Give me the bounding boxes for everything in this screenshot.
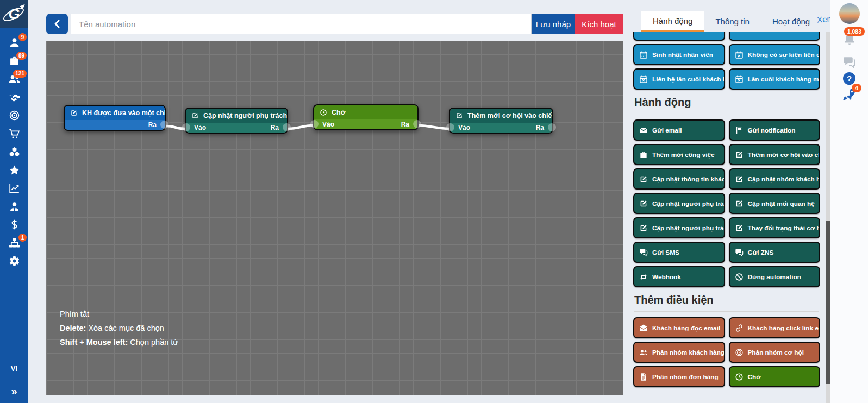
app-logo[interactable]: G bbox=[0, 0, 28, 28]
workflow-node-2[interactable]: Cập nhật người phụ trách khá...VàoRa bbox=[185, 108, 288, 134]
sidebar-expand-button[interactable]: » bbox=[0, 379, 28, 403]
output-port[interactable] bbox=[413, 120, 421, 128]
scrollbar-thumb[interactable] bbox=[826, 221, 830, 384]
user-avatar[interactable] bbox=[839, 3, 860, 24]
palette-button-label: Webhook bbox=[652, 273, 681, 281]
sidebar-item-dollar[interactable] bbox=[0, 216, 28, 234]
palette-button-label: Khách hàng click link email bbox=[748, 324, 821, 332]
workflow-node-1[interactable]: KH được đưa vào một chiến d...Ra bbox=[64, 105, 166, 131]
panel-scrollbar[interactable] bbox=[826, 32, 830, 403]
palette-button[interactable]: Thêm mới cơ hội vào chiế... bbox=[729, 144, 821, 165]
sidebar-item-sitemap[interactable]: 1 bbox=[0, 234, 28, 253]
sidebar-item-cubes[interactable] bbox=[0, 143, 28, 161]
palette-button-label: Khách hàng đọc email bbox=[652, 324, 720, 332]
palette-button[interactable]: Thay đổi trạng thái cơ hội ... bbox=[729, 217, 821, 238]
palette-button[interactable]: Cập nhật mối quan hệ bbox=[729, 193, 821, 214]
automation-name-input[interactable] bbox=[71, 14, 532, 34]
shortcut-line: Shift + Mouse left: Chọn phần tử bbox=[60, 338, 178, 347]
palette-button[interactable]: Cập nhật nhóm khách hàng bbox=[729, 168, 821, 190]
envelope-icon bbox=[639, 126, 648, 135]
sidebar-item-chart-line[interactable] bbox=[0, 179, 28, 198]
output-port-label: Ra bbox=[271, 124, 279, 131]
palette-button-label: Gửi email bbox=[652, 127, 682, 134]
user-tie-icon bbox=[9, 201, 20, 212]
tab-3[interactable]: Hoạt động bbox=[761, 11, 821, 32]
palette-button-label: Thay đổi trạng thái cơ hội ... bbox=[748, 224, 821, 232]
edit-icon bbox=[639, 224, 648, 232]
workflow-node-3[interactable]: ChờVàoRa bbox=[313, 104, 419, 130]
sidebar-item-user[interactable]: 9 bbox=[0, 34, 28, 52]
language-toggle[interactable]: VI bbox=[0, 358, 28, 379]
palette-button-label: Phân nhóm khách hàng bbox=[652, 349, 725, 356]
node-label: Thêm mới cơ hội vào chiến dịch bbox=[467, 112, 552, 119]
flag-icon bbox=[735, 126, 744, 135]
palette-button[interactable]: Chờ bbox=[729, 366, 821, 387]
input-port[interactable] bbox=[310, 120, 319, 128]
tab-1[interactable]: Hành động bbox=[641, 11, 704, 32]
tab-2[interactable]: Thông tin bbox=[704, 11, 761, 32]
palette-button[interactable]: Cập nhật thông tin khách ... bbox=[633, 168, 725, 190]
cropped-trigger-button[interactable] bbox=[633, 32, 725, 41]
calendar-x-icon bbox=[735, 75, 744, 84]
palette-button[interactable]: Dừng automation bbox=[729, 266, 821, 287]
sidebar-item-bullseye[interactable] bbox=[0, 106, 28, 125]
palette-button[interactable]: Khách hàng click link email bbox=[729, 317, 821, 338]
sidebar-item-star[interactable] bbox=[0, 161, 28, 180]
shortcuts-legend: Phím tắt Delete: Xóa các mục đã chọnShif… bbox=[60, 310, 178, 352]
output-port[interactable] bbox=[548, 123, 556, 131]
palette-row: Phân nhóm đơn hàngChờ bbox=[633, 366, 820, 387]
output-port-label: Ra bbox=[536, 124, 544, 131]
palette-button[interactable]: Phân nhóm khách hàng bbox=[633, 342, 725, 363]
palette-button[interactable]: Gửi notification bbox=[729, 119, 821, 141]
edit-icon bbox=[735, 150, 744, 159]
palette-button[interactable]: Thêm mới công việc bbox=[633, 144, 725, 165]
launch-button[interactable]: 4 bbox=[830, 87, 868, 102]
activate-button[interactable]: Kích hoạt bbox=[575, 14, 623, 34]
palette-button[interactable]: Liên hệ lần cuối khách hàng bbox=[633, 68, 725, 90]
palette-button[interactable]: Không có sự kiện liên quan bbox=[729, 44, 821, 65]
sidebar-item-cart[interactable] bbox=[0, 125, 28, 143]
palette-row: Gửi SMSGửi ZNS bbox=[633, 242, 820, 263]
cropped-trigger-row bbox=[633, 32, 820, 41]
palette-row: Sinh nhật nhân viênKhông có sự kiện liên… bbox=[633, 44, 820, 65]
sidebar-item-gear[interactable] bbox=[0, 252, 28, 270]
input-port[interactable] bbox=[446, 123, 454, 131]
palette-button[interactable]: Webhook bbox=[633, 266, 725, 287]
node-title: KH được đưa vào một chiến d... bbox=[65, 106, 165, 120]
output-port[interactable] bbox=[160, 121, 168, 129]
chat-button[interactable] bbox=[830, 55, 868, 69]
palette-button[interactable]: Cập nhật người phụ trách ... bbox=[633, 193, 725, 214]
save-draft-button[interactable]: Lưu nháp bbox=[532, 14, 575, 34]
workflow-canvas[interactable]: KH được đưa vào một chiến d...RaCập nhật… bbox=[46, 41, 623, 395]
comments-icon bbox=[639, 248, 648, 257]
count-badge: 1 bbox=[18, 234, 27, 242]
help-button[interactable]: ? bbox=[830, 72, 868, 85]
output-port[interactable] bbox=[283, 123, 291, 131]
palette-button[interactable]: Gửi ZNS bbox=[729, 242, 821, 263]
bullseye-icon bbox=[9, 110, 20, 121]
sidebar-item-users[interactable]: 121 bbox=[0, 70, 28, 89]
palette-button[interactable]: Phân nhóm đơn hàng bbox=[633, 366, 725, 387]
palette-button[interactable]: Cập nhật người phụ trách ... bbox=[633, 217, 725, 238]
cropped-trigger-button[interactable] bbox=[729, 32, 821, 41]
palette-row: Thêm mới công việcThêm mới cơ hội vào ch… bbox=[633, 144, 820, 165]
palette-button-label: Sinh nhật nhân viên bbox=[652, 51, 713, 59]
palette-button[interactable]: Sinh nhật nhân viên bbox=[633, 44, 725, 65]
palette-button[interactable]: Lần cuối khách hàng mua... bbox=[729, 68, 821, 90]
palette-button[interactable]: Gửi SMS bbox=[633, 242, 725, 263]
count-badge: 89 bbox=[16, 52, 27, 60]
edit-icon bbox=[639, 175, 648, 184]
back-button[interactable] bbox=[46, 14, 68, 34]
palette-button[interactable]: Phân nhóm cơ hội bbox=[729, 342, 821, 363]
input-port[interactable] bbox=[182, 123, 190, 131]
palette-button-label: Không có sự kiện liên quan bbox=[748, 51, 821, 59]
palette-button[interactable]: Khách hàng đọc email bbox=[633, 317, 725, 338]
dollar-icon bbox=[9, 219, 20, 230]
workflow-node-4[interactable]: Thêm mới cơ hội vào chiến dịchVàoRa bbox=[449, 108, 553, 134]
sidebar-item-handshake[interactable] bbox=[0, 89, 28, 107]
input-port-label: Vào bbox=[322, 121, 334, 128]
notifications-button[interactable]: 1,083 bbox=[830, 33, 868, 47]
palette-button[interactable]: Gửi email bbox=[633, 119, 725, 141]
sidebar-item-user-tie[interactable] bbox=[0, 198, 28, 216]
sidebar-item-briefcase[interactable]: 89 bbox=[0, 52, 28, 71]
